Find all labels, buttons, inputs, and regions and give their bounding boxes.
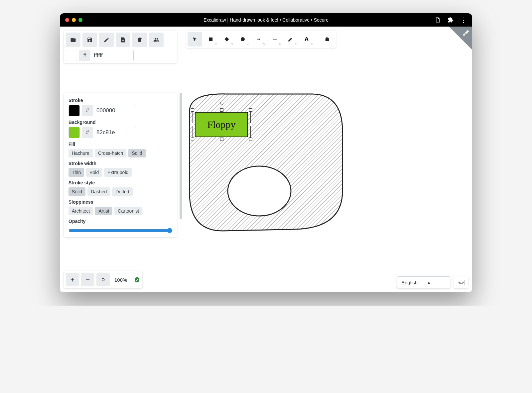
tool-line[interactable]: 6	[267, 32, 282, 47]
traffic-lights	[65, 18, 82, 22]
tool-selection[interactable]: 1	[188, 32, 202, 47]
tool-ellipse[interactable]: 4	[235, 32, 250, 47]
tool-diamond[interactable]: 3	[219, 32, 234, 47]
sw-thin[interactable]: Thin	[68, 168, 84, 177]
canvas-bg-hex-input[interactable]	[90, 50, 134, 61]
slop-cartoonist[interactable]: Cartoonist	[114, 207, 142, 215]
resize-handle[interactable]	[191, 123, 194, 126]
svg-rect-10	[463, 281, 464, 281]
rotate-handle[interactable]	[220, 102, 223, 105]
sw-extra-bold[interactable]: Extra bold	[104, 168, 132, 177]
collaborate-button[interactable]	[149, 33, 164, 47]
background-hex-input[interactable]	[93, 127, 136, 138]
ss-solid[interactable]: Solid	[68, 187, 85, 196]
paintbrush-icon	[462, 29, 469, 37]
shape-text: Floppy	[207, 119, 235, 130]
svg-rect-6	[458, 281, 459, 281]
slop-artist[interactable]: Artist	[95, 207, 112, 215]
language-current: English	[397, 280, 424, 285]
selected-rectangle[interactable]: Floppy	[195, 112, 248, 137]
lock-toggle[interactable]	[320, 32, 334, 47]
window-title: Excalidraw | Hand-drawn look & feel • Co…	[60, 17, 472, 23]
tool-rectangle[interactable]: 2	[203, 32, 218, 47]
save-as-button[interactable]	[99, 33, 114, 47]
background-label: Background	[68, 120, 172, 125]
background-swatch[interactable]	[68, 127, 80, 138]
zoom-level: 100%	[112, 277, 130, 283]
zoom-out-button[interactable]	[81, 273, 94, 286]
app-window: Excalidraw | Hand-drawn look & feel • Co…	[60, 13, 472, 292]
svg-rect-8	[461, 281, 461, 281]
hash-label: #	[82, 127, 93, 138]
hash-label: #	[82, 105, 93, 116]
open-button[interactable]	[66, 33, 80, 47]
github-corner[interactable]	[449, 27, 472, 50]
opacity-label: Opacity	[68, 219, 172, 224]
extension-icon[interactable]	[448, 17, 454, 23]
drawn-shape	[186, 91, 352, 234]
canvas-bg-swatch[interactable]	[66, 50, 77, 61]
ss-dashed[interactable]: Dashed	[87, 187, 110, 196]
hash-label: #	[79, 50, 90, 61]
panel-scrollbar[interactable]	[180, 93, 182, 219]
dropdown-arrow-icon: ▴	[424, 279, 450, 285]
tool-draw[interactable]: 7	[283, 32, 298, 47]
resize-handle[interactable]	[191, 108, 194, 112]
opacity-slider[interactable]	[68, 228, 172, 233]
slop-architect[interactable]: Architect	[68, 207, 93, 215]
minimize-window-button[interactable]	[72, 18, 76, 22]
clear-canvas-button[interactable]	[132, 33, 147, 47]
svg-rect-2	[209, 38, 213, 41]
file-actions-panel: #	[64, 31, 177, 63]
maximize-window-button[interactable]	[78, 18, 82, 22]
page-icon[interactable]	[435, 17, 441, 23]
close-window-button[interactable]	[65, 18, 69, 22]
stroke-hex-input[interactable]	[93, 105, 136, 116]
resize-handle[interactable]	[249, 108, 252, 112]
svg-rect-13	[461, 282, 461, 283]
zoom-reset-button[interactable]	[96, 273, 110, 286]
tool-text[interactable]: A8	[299, 32, 314, 47]
resize-handle[interactable]	[249, 138, 252, 141]
encrypted-icon	[134, 276, 140, 283]
svg-rect-16	[459, 283, 463, 284]
fill-label: Fill	[68, 142, 172, 147]
svg-point-1	[228, 166, 291, 216]
properties-panel: Stroke # Background # Fill Hachure Cros	[64, 93, 177, 237]
svg-rect-15	[463, 282, 464, 283]
tool-arrow[interactable]: 5	[251, 32, 266, 47]
export-button[interactable]	[116, 33, 130, 47]
svg-point-3	[241, 37, 245, 41]
titlebar: Excalidraw | Hand-drawn look & feel • Co…	[60, 13, 472, 27]
resize-handle[interactable]	[220, 108, 223, 112]
resize-handle[interactable]	[191, 138, 194, 141]
zoom-in-button[interactable]	[66, 273, 79, 286]
stroke-width-label: Stroke width	[68, 161, 172, 166]
ss-dotted[interactable]: Dotted	[112, 187, 132, 196]
language-select[interactable]: English ▴	[397, 276, 450, 288]
sw-bold[interactable]: Bold	[86, 168, 102, 177]
stroke-label: Stroke	[68, 98, 172, 103]
keyboard-shortcuts-button[interactable]	[454, 276, 468, 288]
app-body: Floppy	[60, 27, 472, 292]
stroke-style-label: Stroke style	[68, 180, 172, 185]
svg-rect-11	[458, 282, 459, 283]
tool-strip: 1 2 3 4 5 6 7 A8	[186, 31, 336, 48]
resize-handle[interactable]	[249, 123, 252, 126]
fill-solid[interactable]: Solid	[128, 149, 145, 157]
zoom-controls: 100%	[64, 271, 142, 288]
fill-crosshatch[interactable]: Cross-hatch	[95, 149, 126, 157]
stroke-swatch[interactable]	[68, 105, 80, 116]
resize-handle[interactable]	[220, 138, 223, 141]
save-button[interactable]	[82, 33, 97, 47]
sloppiness-label: Sloppiness	[68, 199, 172, 205]
svg-rect-14	[462, 282, 463, 283]
fill-hachure[interactable]: Hachure	[68, 149, 93, 157]
svg-rect-7	[459, 281, 460, 281]
selection-bounding-box	[193, 110, 251, 139]
svg-rect-12	[459, 282, 460, 283]
svg-rect-9	[462, 281, 463, 281]
